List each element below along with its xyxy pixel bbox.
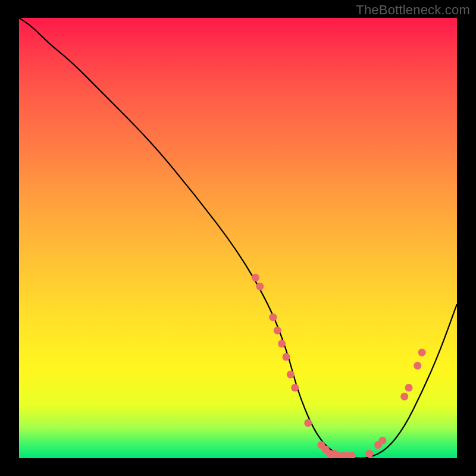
marker-dot bbox=[287, 371, 295, 378]
curve-svg bbox=[19, 18, 457, 458]
marker-dot bbox=[304, 419, 312, 427]
plot-area bbox=[19, 18, 457, 458]
marker-dot bbox=[278, 340, 286, 347]
marker-dot bbox=[378, 437, 386, 444]
marker-dot bbox=[282, 353, 290, 361]
marker-dot bbox=[256, 283, 264, 290]
bottleneck-curve bbox=[19, 18, 457, 458]
marker-dot bbox=[405, 384, 413, 392]
marker-dot bbox=[365, 450, 373, 458]
marker-group bbox=[252, 274, 426, 458]
chart-frame: TheBottleneck.com bbox=[0, 0, 476, 476]
marker-dot bbox=[274, 327, 281, 334]
marker-dot bbox=[414, 362, 421, 369]
marker-dot bbox=[252, 274, 259, 281]
marker-dot bbox=[400, 393, 408, 400]
marker-dot bbox=[269, 314, 277, 321]
watermark-text: TheBottleneck.com bbox=[356, 2, 470, 18]
marker-dot bbox=[418, 349, 426, 356]
marker-dot bbox=[291, 384, 299, 392]
